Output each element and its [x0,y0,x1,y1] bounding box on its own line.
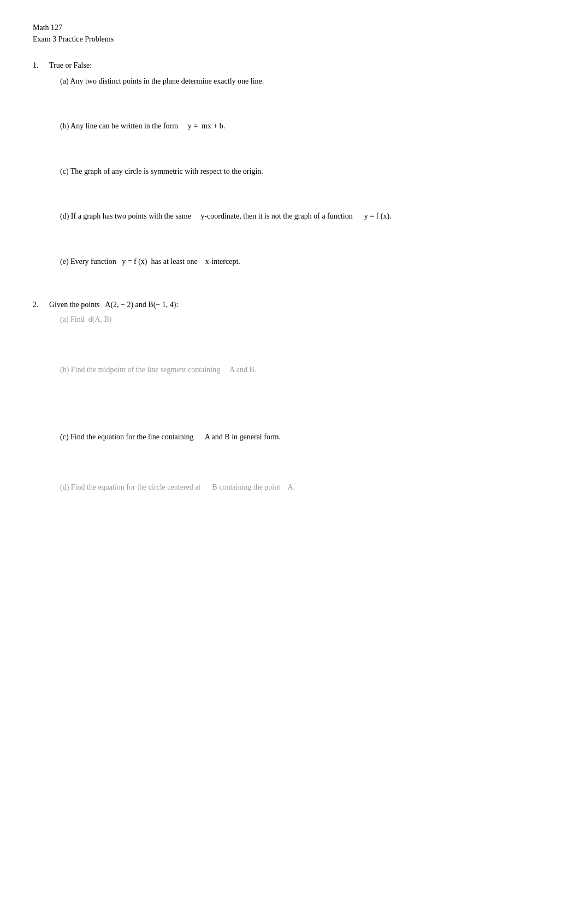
problem-2d: (d) Find the equation for the circle cen… [60,481,547,493]
problem-2-points: A(2, − 2) and B(− 1, 4): [105,301,178,309]
problem-1a-content: Any two distinct points in the plane det… [70,77,264,85]
problem-2-number: 2. [33,301,49,309]
problem-1-header: 1. True or False: [33,61,547,70]
problem-2c-text: (c) Find the equation for the line conta… [60,431,547,443]
problem-1e: (e) Every function y = f (x) has at leas… [60,256,547,268]
problem-1e-label: (e) [60,257,70,266]
problem-2-header: 2. Given the points A(2, − 2) and B(− 1,… [33,301,547,309]
problem-1a-text: (a) Any two distinct points in the plane… [60,75,547,87]
problem-1-title: True or False: [49,61,92,70]
problem-2c: (c) Find the equation for the line conta… [60,431,547,443]
problem-2d-content: Find the equation for the circle centere… [71,483,295,491]
problem-1a: (a) Any two distinct points in the plane… [60,75,547,87]
problem-2b-text: (b) Find the midpoint of the line segmen… [60,364,547,376]
problem-2b-content: Find the midpoint of the line segment co… [71,366,256,374]
problem-2b: (b) Find the midpoint of the line segmen… [60,364,547,376]
course-title: Math 127 [33,22,547,33]
problem-2c-label: (c) [60,433,70,441]
problem-1c: (c) The graph of any circle is symmetric… [60,166,547,178]
problem-1b-label: (b) [60,122,70,130]
problem-1c-text: (c) The graph of any circle is symmetric… [60,166,547,178]
problem-1c-label: (c) [60,167,70,175]
problem-1b: (b) Any line can be written in the form … [60,120,547,132]
page-header: Math 127 Exam 3 Practice Problems [33,22,547,45]
problem-1b-text: (b) Any line can be written in the form … [60,120,547,132]
problem-1b-content: Any line can be written in the form y = … [70,122,225,130]
problem-2d-label: (d) [60,483,71,491]
problem-2-title-text: Given the points [49,301,100,309]
problem-2b-label: (b) [60,366,71,374]
problem-2c-content: Find the equation for the line containin… [70,433,281,441]
problem-2d-text: (d) Find the equation for the circle cen… [60,481,547,493]
problem-1a-label: (a) [60,77,70,85]
problem-1e-content: Every function y = f (x) has at least on… [70,257,240,266]
problem-2: 2. Given the points A(2, − 2) and B(− 1,… [33,301,547,494]
problem-1-number: 1. [33,61,49,70]
problem-2a-label: (a) [60,315,70,323]
problem-1e-text: (e) Every function y = f (x) has at leas… [60,256,547,268]
problem-1: 1. True or False: (a) Any two distinct p… [33,61,547,268]
problem-2-title: Given the points A(2, − 2) and B(− 1, 4)… [49,301,178,309]
problem-1d: (d) If a graph has two points with the s… [60,210,547,222]
problem-1d-content: If a graph has two points with the same … [71,212,392,220]
exam-title: Exam 3 Practice Problems [33,33,547,45]
problem-2a-text: (a) Find d(A, B) [60,314,547,326]
problem-1d-text: (d) If a graph has two points with the s… [60,210,547,222]
problem-1c-content: The graph of any circle is symmetric wit… [70,167,263,175]
problem-2a: (a) Find d(A, B) [60,314,547,326]
problem-1d-label: (d) [60,212,71,220]
problem-2a-content: Find d(A, B) [70,315,111,323]
